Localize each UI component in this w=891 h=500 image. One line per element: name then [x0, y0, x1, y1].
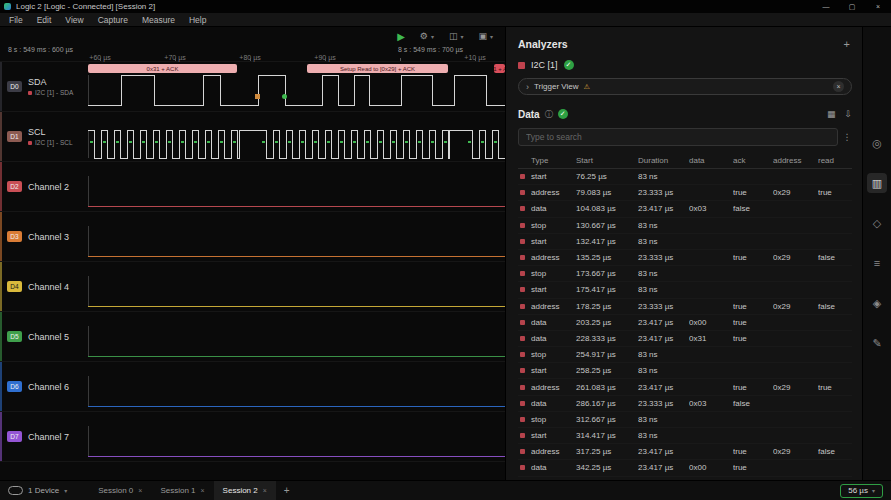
table-row[interactable]: start258.25 µs83 ns: [518, 363, 852, 379]
device-settings-button[interactable]: ⚙▾: [420, 31, 434, 41]
table-row[interactable]: data228.333 µs23.417 µs0x31true: [518, 331, 852, 347]
waveform-d3[interactable]: [88, 212, 505, 262]
table-row[interactable]: address135.25 µs23.333 µstrue0x29false: [518, 250, 852, 266]
cell-address: 0x29: [773, 302, 818, 311]
channel-label[interactable]: D6Channel 6: [0, 362, 88, 411]
kebab-menu-icon[interactable]: ⋮: [842, 132, 852, 142]
analyzers-icon[interactable]: ▥: [867, 173, 887, 193]
table-row[interactable]: start314.417 µs83 ns: [518, 428, 852, 444]
column-header-data[interactable]: data: [689, 156, 733, 165]
channel-label[interactable]: D5Channel 5: [0, 312, 88, 361]
device-selector[interactable]: 1 Device ▾: [8, 486, 67, 495]
channel-badge: D4: [7, 281, 22, 292]
table-view-icon[interactable]: ▦: [827, 109, 836, 119]
cell-start: 173.667 µs: [576, 269, 638, 278]
table-row[interactable]: data203.25 µs23.417 µs0x00true: [518, 315, 852, 331]
channel-label[interactable]: D0SDAI2C [1] - SDA: [0, 62, 88, 111]
analyzer-color-bullet: [520, 287, 525, 292]
menu-item-edit[interactable]: Edit: [30, 15, 59, 25]
i2c-annotation[interactable]: Setup Read to [0x29] + ACK: [307, 64, 448, 73]
channel-name: Channel 6: [28, 382, 69, 392]
play-button[interactable]: ▶: [397, 31, 405, 42]
i2c-annotation[interactable]: 0x31 + ACK: [494, 64, 505, 73]
column-header-ack[interactable]: ack: [733, 156, 773, 165]
cell-ack: true: [733, 383, 773, 392]
table-row[interactable]: address261.083 µs23.417 µstrue0x29true: [518, 379, 852, 395]
waveform-d1[interactable]: [88, 112, 505, 162]
menu-item-view[interactable]: View: [58, 15, 90, 25]
table-row[interactable]: stop254.917 µs83 ns: [518, 347, 852, 363]
waveform-d5[interactable]: [88, 312, 505, 362]
trigger-view-row[interactable]: › Trigger View ⚠ ×: [518, 78, 852, 95]
waveform-d6[interactable]: [88, 362, 505, 412]
export-data-icon[interactable]: ⇩: [844, 109, 852, 119]
channel-label[interactable]: D2Channel 2: [0, 162, 88, 211]
menu-item-file[interactable]: File: [2, 15, 30, 25]
search-input[interactable]: [518, 128, 838, 146]
session-tab-label: Session 0: [98, 486, 133, 495]
timeline-ruler[interactable]: 8 s : 549 ms : 600 µs8 s : 549 ms : 700 …: [0, 45, 505, 62]
table-row[interactable]: data286.167 µs23.333 µs0x03false: [518, 396, 852, 412]
channel-label[interactable]: D1SCLI2C [1] - SCL: [0, 112, 88, 161]
channel-color-strip: [0, 112, 2, 161]
close-tab-icon[interactable]: ×: [263, 487, 267, 494]
column-header-duration[interactable]: Duration: [638, 156, 689, 165]
table-row[interactable]: data342.25 µs23.417 µs0x00true: [518, 460, 852, 476]
channel-label[interactable]: D7Channel 7: [0, 412, 88, 461]
table-row[interactable]: address317.25 µs23.417 µstrue0x29false: [518, 444, 852, 460]
channel-badge: D6: [7, 381, 22, 392]
column-header-read[interactable]: read: [818, 156, 852, 165]
channel-row-d3: D3Channel 3: [0, 212, 505, 262]
close-trigger-view-button[interactable]: ×: [833, 81, 844, 92]
add-analyzer-button[interactable]: +: [842, 38, 852, 50]
measurements-icon[interactable]: ◇: [867, 213, 887, 233]
column-header-type[interactable]: Type: [531, 156, 576, 165]
channel-label[interactable]: D3Channel 3: [0, 212, 88, 261]
close-button[interactable]: ×: [865, 0, 891, 13]
analyzers-panel: Analyzers + I2C [1] ✓ › Trigger View ⚠ ×…: [505, 27, 862, 480]
export-button[interactable]: ▣▾: [478, 31, 493, 41]
timing-markers-icon[interactable]: ≡: [867, 253, 887, 273]
table-row[interactable]: start132.417 µs83 ns: [518, 234, 852, 250]
device-status-icon[interactable]: ◎: [867, 133, 887, 153]
capture-mode-button[interactable]: ◫▾: [449, 31, 464, 41]
waveform-d4[interactable]: [88, 262, 505, 312]
session-tab-session-0[interactable]: Session 0×: [89, 481, 151, 500]
minimize-button[interactable]: —: [813, 0, 839, 13]
device-settings-button-icon: ⚙: [420, 31, 428, 41]
session-tab-session-1[interactable]: Session 1×: [151, 481, 213, 500]
table-row[interactable]: address79.083 µs23.333 µstrue0x29true: [518, 185, 852, 201]
menu-item-help[interactable]: Help: [182, 15, 213, 25]
zoom-level-control[interactable]: 56 µs ▾: [840, 484, 883, 498]
cell-ack: false: [733, 204, 773, 213]
menu-item-capture[interactable]: Capture: [91, 15, 135, 25]
cell-type: address: [531, 188, 576, 197]
session-tabs: Session 0×Session 1×Session 2×: [89, 481, 276, 500]
annotations-icon[interactable]: ◈: [867, 293, 887, 313]
maximize-button[interactable]: ▢: [839, 0, 865, 13]
cell-start: 178.25 µs: [576, 302, 638, 311]
table-row[interactable]: stop312.667 µs83 ns: [518, 412, 852, 428]
column-header-address[interactable]: address: [773, 156, 818, 165]
new-session-button[interactable]: +: [276, 485, 298, 496]
channel-label[interactable]: D4Channel 4: [0, 262, 88, 311]
table-row[interactable]: address178.25 µs23.333 µstrue0x29false: [518, 299, 852, 315]
cell-data: 0x00: [689, 318, 733, 327]
i2c-annotation[interactable]: 0x31 + ACK: [88, 64, 237, 73]
waveform-d7[interactable]: [88, 412, 505, 462]
column-header-start[interactable]: Start: [576, 156, 638, 165]
table-row[interactable]: stop130.667 µs83 ns: [518, 218, 852, 234]
waveform-d2[interactable]: [88, 162, 505, 212]
table-row[interactable]: start175.417 µs83 ns: [518, 282, 852, 298]
close-tab-icon[interactable]: ×: [201, 487, 205, 494]
table-row[interactable]: stop173.667 µs83 ns: [518, 266, 852, 282]
cell-duration: 83 ns: [638, 269, 689, 278]
table-row[interactable]: start76.25 µs83 ns: [518, 169, 852, 185]
cell-data: 0x03: [689, 399, 733, 408]
session-tab-session-2[interactable]: Session 2×: [214, 481, 276, 500]
menu-item-measure[interactable]: Measure: [135, 15, 182, 25]
analyzer-item-i2c[interactable]: I2C [1] ✓: [518, 55, 852, 75]
notes-icon[interactable]: ✎: [867, 333, 887, 353]
close-tab-icon[interactable]: ×: [138, 487, 142, 494]
table-row[interactable]: data104.083 µs23.417 µs0x03false: [518, 201, 852, 217]
